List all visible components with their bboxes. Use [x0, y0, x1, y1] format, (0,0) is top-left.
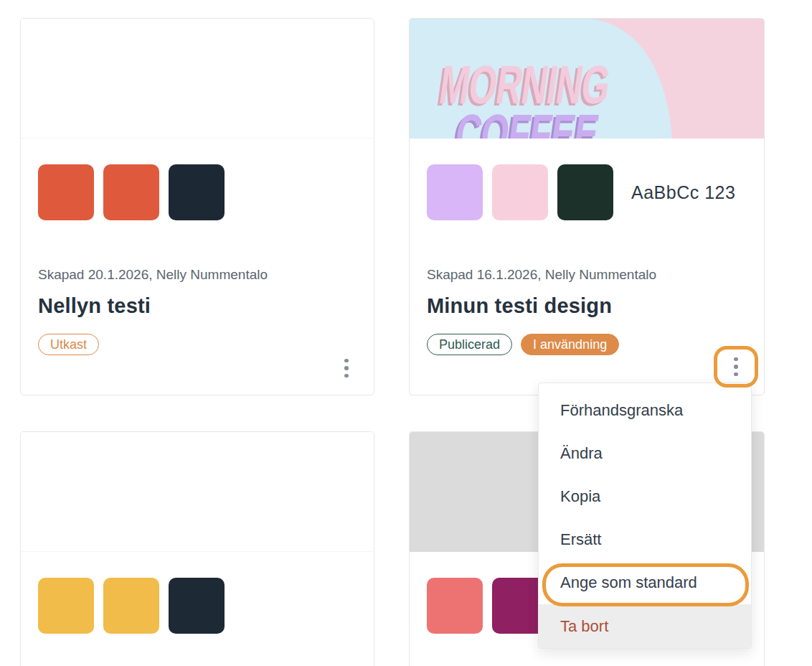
menu-item-ange-som-standard[interactable]: Ange som standard: [539, 561, 751, 604]
menu-item-andra[interactable]: Ändra: [539, 432, 751, 475]
menu-item-forhandsgranska[interactable]: Förhandsgranska: [539, 389, 751, 432]
context-menu: Förhandsgranska Ändra Kopia Ersätt Ange …: [538, 383, 752, 649]
created-by-line: Skapad 16.1.2026, Nelly Nummentalo: [427, 267, 656, 283]
kebab-menu-icon: [734, 357, 738, 377]
menu-item-kopia[interactable]: Kopia: [539, 475, 751, 518]
status-badges: Utkast: [38, 334, 99, 355]
status-badge-i-anvandning: I användning: [521, 334, 619, 355]
palette-swatches: [38, 164, 225, 220]
design-thumbnail-blank: [21, 19, 374, 139]
menu-item-ta-bort[interactable]: Ta bort: [539, 604, 751, 648]
color-swatch: [492, 164, 548, 220]
kebab-menu-icon: [344, 359, 349, 378]
color-swatch: [169, 164, 225, 220]
palette-swatches: [427, 578, 548, 634]
design-card-nellyn-testi[interactable]: Skapad 20.1.2026, Nelly Nummentalo Nelly…: [20, 18, 374, 395]
design-card-minun-testi-design[interactable]: MORNING COFFEE AaBbCc 123 Skapad 16.1.20…: [409, 18, 765, 395]
status-badge-publicerad: Publicerad: [427, 334, 512, 355]
design-thumbnail-blank: [21, 432, 374, 552]
palette-swatches: AaBbCc 123: [427, 164, 735, 220]
palette-swatches: [38, 578, 225, 634]
color-swatch: [103, 578, 159, 634]
design-gallery-page: Skapad 20.1.2026, Nelly Nummentalo Nelly…: [0, 0, 812, 666]
created-by-line: Skapad 20.1.2026, Nelly Nummentalo: [38, 267, 268, 283]
color-swatch: [427, 578, 483, 634]
color-swatch: [38, 164, 94, 220]
annotation-highlight-ring: [714, 346, 758, 388]
more-options-button[interactable]: [734, 357, 738, 377]
color-swatch: [38, 578, 94, 634]
color-swatch: [427, 164, 483, 220]
banner-title-line2: COFFEE: [452, 106, 601, 139]
color-swatch: [557, 164, 613, 220]
design-card-yellow[interactable]: [20, 431, 374, 666]
color-swatch: [103, 164, 159, 220]
design-title: Minun testi design: [427, 294, 612, 318]
menu-item-ersatt[interactable]: Ersätt: [539, 518, 751, 561]
more-options-button[interactable]: [332, 354, 361, 383]
status-badge-utkast: Utkast: [38, 334, 99, 355]
color-swatch: [169, 578, 225, 634]
status-badges: Publicerad I användning: [427, 334, 619, 355]
font-preview-sample: AaBbCc 123: [631, 182, 735, 203]
design-title: Nellyn testi: [38, 294, 151, 318]
design-thumbnail-morning-coffee: MORNING COFFEE: [410, 19, 764, 139]
